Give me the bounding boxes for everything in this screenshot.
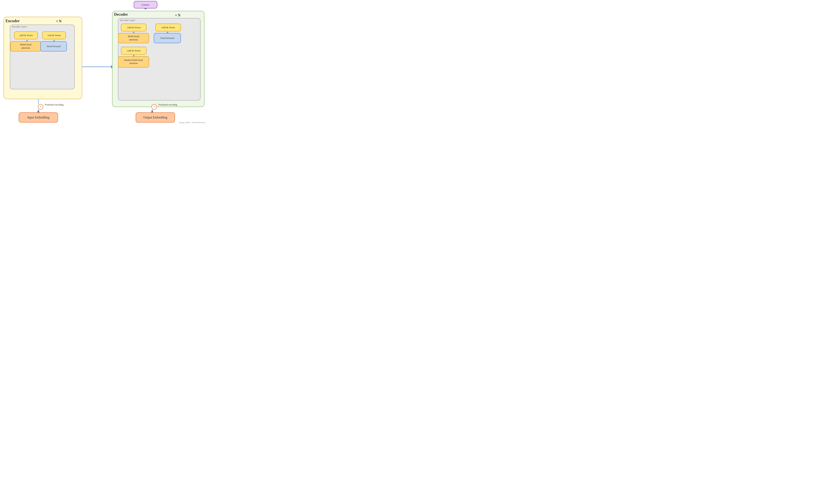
encoder-attention: Multi-head attention <box>10 41 41 52</box>
image-author-label: Image author: Iván Palomares <box>179 121 206 124</box>
decoder-add-norm-top-right: Add & Norm <box>155 23 181 32</box>
decoder-feed-forward: Feed forward <box>154 33 181 43</box>
decoder-positional-plus: + <box>151 104 157 110</box>
encoder-layer-label: Encoder Layer <box>12 25 27 28</box>
linear-block: Linear <box>134 1 157 8</box>
decoder-add-norm-top-left: Add & Norm <box>121 23 147 32</box>
decoder-label: Decoder <box>114 12 128 17</box>
decoder-add-norm-mid: Add & Norm <box>121 47 147 55</box>
decoder-pos-enc-label: Positional encoding <box>158 103 177 106</box>
encoder-positional-plus: + <box>38 104 43 110</box>
decoder-masked-attention: Masked Multi-head attention <box>118 56 149 68</box>
encoder-pos-enc-label: Positional encoding <box>45 103 64 106</box>
input-embedding: Input Embedding <box>19 112 58 123</box>
encoder-feed-forward: Feed forward <box>40 41 67 52</box>
encoder-label: Encoder <box>5 19 20 23</box>
transformer-diagram: Encoder × N Encoder Layer Add & Norm Mul… <box>0 0 210 126</box>
decoder-times-n: × N <box>175 13 181 17</box>
decoder-layer-label: Decoder Layer <box>120 19 135 22</box>
output-embedding: Output Embedding <box>136 112 175 123</box>
encoder-add-norm-1: Add & Norm <box>14 32 38 39</box>
encoder-add-norm-2: Add & Norm <box>42 32 66 39</box>
decoder-multi-attention: Multi-head attention <box>118 33 149 43</box>
encoder-times-n: × N <box>56 19 62 23</box>
